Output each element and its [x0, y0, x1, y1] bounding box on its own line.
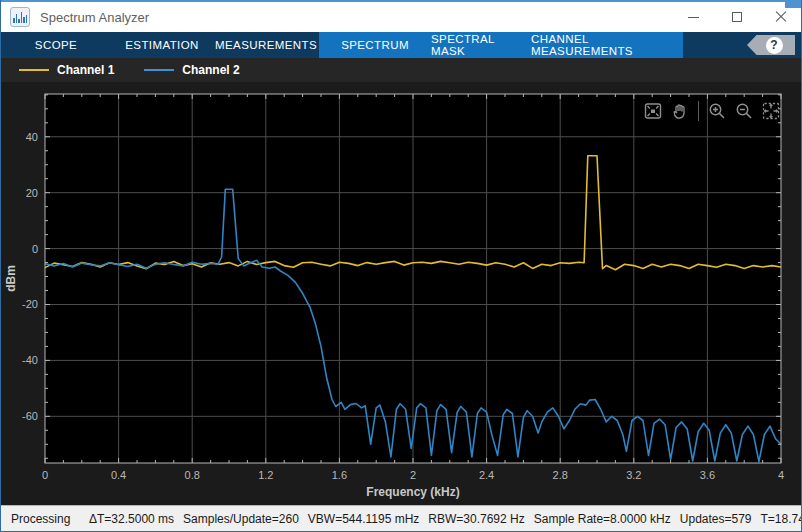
status-stat: Updates=579 [680, 512, 752, 526]
status-stats: ΔT=32.5000 msSamples/Update=260VBW=544.1… [89, 512, 802, 526]
toolbar-separator [698, 101, 699, 121]
histogram-icon [10, 7, 30, 27]
maximize-axes-icon[interactable] [641, 99, 665, 123]
svg-text:2.4: 2.4 [479, 469, 494, 481]
close-icon [775, 11, 787, 23]
tab-scope[interactable]: SCOPE [1, 32, 111, 58]
tab-spectrum[interactable]: SPECTRUM [319, 32, 431, 58]
status-stat: VBW=544.1195 mHz [308, 512, 420, 526]
svg-text:4: 4 [778, 469, 784, 481]
legend-label: Channel 1 [57, 63, 114, 77]
tab-strip: SCOPEESTIMATIONMEASUREMENTSSPECTRUMSPECT… [1, 32, 683, 58]
toolstrip-tab-bar: SCOPEESTIMATIONMEASUREMENTSSPECTRUMSPECT… [1, 32, 802, 58]
status-stat: T=18.749 [761, 512, 802, 526]
svg-text:2.8: 2.8 [553, 469, 568, 481]
window-controls [671, 2, 802, 32]
legend-item-channel-2[interactable]: Channel 2 [144, 63, 239, 77]
status-state: Processing [11, 512, 89, 526]
minimize-icon [688, 17, 699, 18]
tab-channel-measurements[interactable]: CHANNEL MEASUREMENTS [531, 32, 683, 58]
tab-spectral-mask[interactable]: SPECTRAL MASK [431, 32, 531, 58]
pan-icon[interactable] [668, 99, 692, 123]
legend-bar: Channel 1Channel 2 [1, 58, 802, 82]
zoom-in-icon[interactable] [705, 99, 729, 123]
window-title: Spectrum Analyzer [40, 10, 149, 25]
svg-text:-40: -40 [22, 354, 38, 366]
status-stat: ΔT=32.5000 ms [89, 512, 174, 526]
legend-line-swatch [19, 69, 49, 71]
plot-toolbar [641, 99, 783, 123]
svg-text:20: 20 [26, 187, 38, 199]
svg-text:1.6: 1.6 [332, 469, 347, 481]
tab-estimation[interactable]: ESTIMATION [111, 32, 213, 58]
svg-text:-60: -60 [22, 410, 38, 422]
tab-measurements[interactable]: MEASUREMENTS [213, 32, 319, 58]
legend-label: Channel 2 [182, 63, 239, 77]
x-axis-label: Frequency (kHz) [366, 485, 459, 499]
svg-text:40: 40 [26, 131, 38, 143]
legend-item-channel-1[interactable]: Channel 1 [19, 63, 114, 77]
help-button[interactable]: ? [747, 35, 795, 55]
svg-text:3.2: 3.2 [626, 469, 641, 481]
status-bar: Processing ΔT=32.5000 msSamples/Update=2… [1, 505, 802, 532]
fit-to-view-icon[interactable] [759, 99, 783, 123]
desktop-accent-corner [785, 0, 801, 8]
maximize-button[interactable] [715, 2, 759, 32]
svg-text:0: 0 [32, 243, 38, 255]
svg-text:3.6: 3.6 [700, 469, 715, 481]
status-stat: Samples/Update=260 [183, 512, 299, 526]
spectrum-chart: 00.40.81.21.622.42.83.23.6440200-20-40-6… [1, 82, 802, 505]
maximize-icon [732, 12, 742, 22]
status-stat: RBW=30.7692 Hz [428, 512, 524, 526]
zoom-out-icon[interactable] [732, 99, 756, 123]
plot-area: 00.40.81.21.622.42.83.23.6440200-20-40-6… [1, 82, 802, 505]
y-axis-label: dBm [4, 265, 18, 292]
minimize-button[interactable] [671, 2, 715, 32]
help-icon: ? [766, 37, 783, 54]
svg-text:1.2: 1.2 [258, 469, 273, 481]
spectrum-analyzer-window: Spectrum Analyzer SCOPEESTIMATIONMEASURE… [0, 0, 802, 532]
svg-text:0.4: 0.4 [111, 469, 126, 481]
legend-line-swatch [144, 69, 174, 71]
status-stat: Sample Rate=8.0000 kHz [534, 512, 671, 526]
title-bar: Spectrum Analyzer [1, 2, 802, 32]
svg-text:2: 2 [410, 469, 416, 481]
svg-text:0: 0 [42, 469, 48, 481]
svg-text:0.8: 0.8 [185, 469, 200, 481]
svg-text:-20: -20 [22, 298, 38, 310]
